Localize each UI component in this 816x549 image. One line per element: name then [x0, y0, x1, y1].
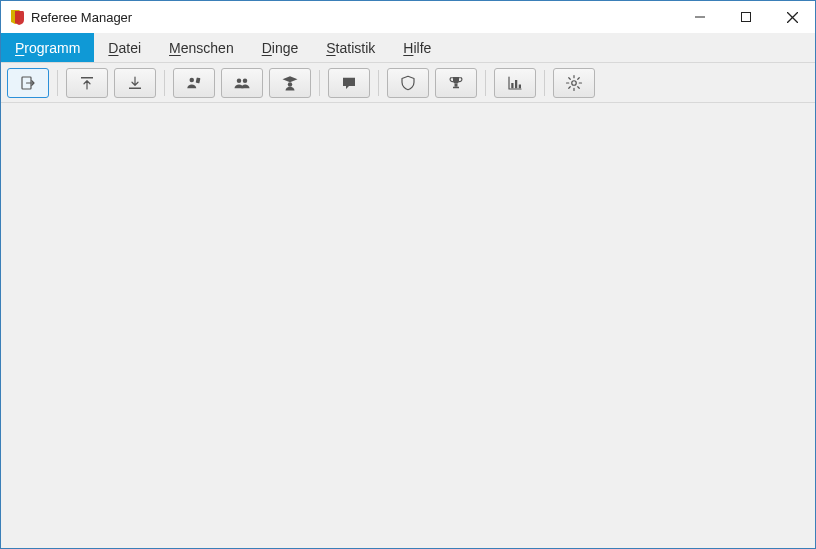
toolbar-separator	[485, 70, 486, 96]
svg-rect-8	[453, 86, 459, 88]
settings-button[interactable]	[553, 68, 595, 98]
trainees-icon	[281, 74, 299, 92]
svg-point-6	[288, 82, 293, 87]
maximize-button[interactable]	[723, 1, 769, 33]
exit-icon	[19, 74, 37, 92]
svg-rect-11	[519, 84, 521, 88]
svg-rect-7	[455, 83, 458, 86]
download-icon	[126, 74, 144, 92]
svg-rect-0	[742, 13, 751, 22]
referees-icon	[185, 74, 203, 92]
menu-programm[interactable]: Programm	[1, 33, 94, 62]
content-area	[1, 103, 815, 548]
toolbar-separator	[57, 70, 58, 96]
upload-icon	[78, 74, 96, 92]
menu-menschen[interactable]: Menschen	[155, 33, 248, 62]
shield-button[interactable]	[387, 68, 429, 98]
close-button[interactable]	[769, 1, 815, 33]
toolbar-separator	[544, 70, 545, 96]
svg-rect-9	[511, 83, 513, 88]
menu-statistik[interactable]: Statistik	[312, 33, 389, 62]
people-icon	[233, 74, 251, 92]
window-title: Referee Manager	[31, 10, 132, 25]
window-controls	[677, 1, 815, 33]
menu-hilfe[interactable]: Hilfe	[389, 33, 445, 62]
titlebar: Referee Manager	[1, 1, 815, 33]
people-button[interactable]	[221, 68, 263, 98]
trainees-button[interactable]	[269, 68, 311, 98]
messages-button[interactable]	[328, 68, 370, 98]
menubar: ProgrammDateiMenschenDingeStatistikHilfe	[1, 33, 815, 63]
referees-button[interactable]	[173, 68, 215, 98]
toolbar	[1, 63, 815, 103]
menu-datei[interactable]: Datei	[94, 33, 155, 62]
toolbar-separator	[164, 70, 165, 96]
trophy-icon	[447, 74, 465, 92]
settings-icon	[565, 74, 583, 92]
svg-point-5	[243, 78, 248, 83]
svg-point-12	[572, 80, 577, 85]
svg-point-4	[237, 78, 242, 83]
menu-dinge[interactable]: Dinge	[248, 33, 313, 62]
toolbar-separator	[378, 70, 379, 96]
statistics-button[interactable]	[494, 68, 536, 98]
svg-rect-10	[515, 80, 517, 88]
shield-icon	[399, 74, 417, 92]
minimize-button[interactable]	[677, 1, 723, 33]
statistics-icon	[506, 74, 524, 92]
toolbar-separator	[319, 70, 320, 96]
messages-icon	[340, 74, 358, 92]
trophy-button[interactable]	[435, 68, 477, 98]
svg-point-2	[190, 77, 195, 82]
upload-button[interactable]	[66, 68, 108, 98]
exit-button[interactable]	[7, 68, 49, 98]
download-button[interactable]	[114, 68, 156, 98]
app-icon	[9, 9, 25, 25]
svg-rect-3	[196, 77, 201, 83]
